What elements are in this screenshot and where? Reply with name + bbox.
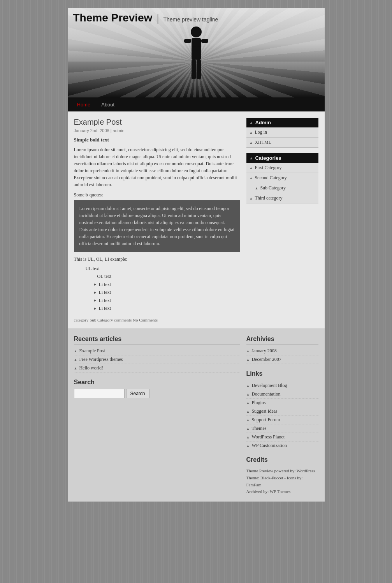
link-6-icon: ▲ <box>246 427 250 431</box>
categories-title-label: Categories <box>255 155 281 161</box>
link-4[interactable]: ▲ Suggest Ideas <box>246 407 318 416</box>
title-separator: | <box>157 12 159 24</box>
link-7-icon: ▲ <box>246 435 250 439</box>
header-figure <box>179 23 214 97</box>
cat-sub[interactable]: ▲ Sub Category <box>246 183 318 193</box>
ol-text: OL text <box>97 272 240 280</box>
link-8-icon: ▲ <box>246 444 250 448</box>
archive-2[interactable]: ▲ December 2007 <box>246 355 318 364</box>
admin-title-label: Admin <box>255 120 271 125</box>
recent-1-icon: ▲ <box>74 349 77 353</box>
cat-first[interactable]: ▲ First Category <box>246 163 318 173</box>
post-footer: category Sub Category comments No Commen… <box>74 318 240 322</box>
post-category-link[interactable]: Sub Category <box>90 318 113 322</box>
bquote-label: Some b-quotes: <box>74 192 240 198</box>
recents-title: Recents articles <box>74 336 240 344</box>
post-bold-text: Simple bold text <box>74 137 240 143</box>
cat-third-icon: ▲ <box>250 196 253 200</box>
categories-list: ▲ First Category ▲ Second Category ▲ Sub… <box>246 163 318 203</box>
sidebar: ▲ Admin ▲ Log in ▲ XHTML ▲ <box>246 118 318 322</box>
recent-2[interactable]: ▲ Free Wordpress themes <box>74 355 240 364</box>
categories-icon: ▲ <box>250 156 253 160</box>
link-2[interactable]: ▲ Documentation <box>246 390 318 399</box>
nav-bar: Home About <box>68 97 325 111</box>
footer-left: Recents articles ▲ Example Post ▲ Free W… <box>74 336 246 495</box>
link-2-icon: ▲ <box>246 392 250 396</box>
credits-line3: Archived by: WP Themes <box>246 488 318 495</box>
site-tagline: Theme preview tagline <box>163 16 218 23</box>
link-8[interactable]: ▲ WP Customization <box>246 442 318 450</box>
svg-rect-8 <box>192 46 196 58</box>
credits-line1: Theme Preview powered by: WordPress <box>246 468 318 475</box>
post-title: Example Post <box>74 118 240 127</box>
recent-2-icon: ▲ <box>74 358 77 362</box>
svg-point-6 <box>191 71 202 78</box>
svg-point-0 <box>191 26 202 37</box>
post-comments-link[interactable]: No Comments <box>133 318 158 322</box>
svg-rect-3 <box>201 39 208 43</box>
link-1-icon: ▲ <box>246 384 250 388</box>
list-section: UL text OL text ► Li text ► Li text ► Li… <box>86 265 240 312</box>
cat-sub-icon: ▲ <box>255 186 258 190</box>
link-1[interactable]: ▲ Development Blog <box>246 382 318 390</box>
categories-widget: ▲ Categories ▲ First Category ▲ Second C… <box>246 153 318 203</box>
bullet-icon-4: ► <box>93 305 97 312</box>
link-3[interactable]: ▲ Plugins <box>246 399 318 407</box>
nav-about[interactable]: About <box>96 99 120 111</box>
link-3-icon: ▲ <box>246 401 250 405</box>
list-item-3: ► Li text <box>93 297 240 304</box>
link-6[interactable]: ▲ Themes <box>246 424 318 433</box>
nav-home[interactable]: Home <box>72 99 96 111</box>
admin-login[interactable]: ▲ Log in <box>246 127 318 138</box>
svg-rect-2 <box>184 39 191 43</box>
links-list: ▲ Development Blog ▲ Documentation ▲ Plu… <box>246 382 318 450</box>
list-item-1: ► Li text <box>93 281 240 288</box>
site-header: Theme Preview | Theme preview tagline <box>68 8 325 97</box>
credits-title: Credits <box>246 456 318 465</box>
comments-label: comments <box>114 318 132 322</box>
post-body: Lorem ipsum dolor sit amet, consectetur … <box>74 146 240 188</box>
link-5-icon: ▲ <box>246 418 250 422</box>
person-figure <box>179 23 214 97</box>
login-icon: ▲ <box>250 131 253 134</box>
search-input[interactable] <box>74 389 125 398</box>
recent-3[interactable]: ▲ Hello world! <box>74 364 240 373</box>
archive-1[interactable]: ▲ January 2008 <box>246 347 318 355</box>
categories-widget-title: ▲ Categories <box>246 153 318 163</box>
admin-xhtml[interactable]: ▲ XHTML <box>246 138 318 148</box>
recent-1[interactable]: ▲ Example Post <box>74 347 240 355</box>
page-wrapper: Theme Preview | Theme preview tagline <box>68 8 325 502</box>
admin-widget-title: ▲ Admin <box>246 118 318 127</box>
links-title: Links <box>246 370 318 379</box>
search-row: Search <box>74 389 240 398</box>
ul-ol-label: This is UL, OL, LI example: <box>74 256 240 262</box>
link-7[interactable]: ▲ WordPress Planet <box>246 433 318 442</box>
blockquote-box: Lorem ipsum dolor sit amet, consectetur … <box>74 200 240 252</box>
archives-list: ▲ January 2008 ▲ December 2007 <box>246 347 318 364</box>
svg-rect-9 <box>197 46 201 58</box>
category-label: category <box>74 318 89 322</box>
list-item-4: ► Li text <box>93 304 240 312</box>
content-area: Example Post January 2nd, 2008 | admin S… <box>68 111 325 329</box>
admin-list: ▲ Log in ▲ XHTML <box>246 127 318 148</box>
search-button[interactable]: Search <box>126 389 149 398</box>
xhtml-icon: ▲ <box>250 141 253 145</box>
svg-rect-7 <box>192 58 201 71</box>
site-title: Theme Preview <box>73 12 153 24</box>
admin-icon: ▲ <box>250 120 253 125</box>
credits-line2: Theme: Black-Puccet - Icons by: FamFam <box>246 475 318 488</box>
list-item-2: ► Li text <box>93 288 240 296</box>
post-meta: January 2nd, 2008 | admin <box>74 128 240 133</box>
search-section: Search Search <box>74 379 240 398</box>
cat-second[interactable]: ▲ Second Category <box>246 173 318 183</box>
cat-third[interactable]: ▲ Third category <box>246 193 318 203</box>
cat-second-icon: ▲ <box>250 176 253 180</box>
footer-area: Recents articles ▲ Example Post ▲ Free W… <box>68 329 325 501</box>
credits-text: Theme Preview powered by: WordPress Them… <box>246 468 318 495</box>
archive-2-icon: ▲ <box>246 358 250 362</box>
bullet-icon-3: ► <box>93 297 97 304</box>
recents-list: ▲ Example Post ▲ Free Wordpress themes ▲… <box>74 347 240 373</box>
cat-first-icon: ▲ <box>250 166 253 170</box>
bullet-icon-1: ► <box>93 281 97 288</box>
link-5[interactable]: ▲ Support Forum <box>246 416 318 424</box>
